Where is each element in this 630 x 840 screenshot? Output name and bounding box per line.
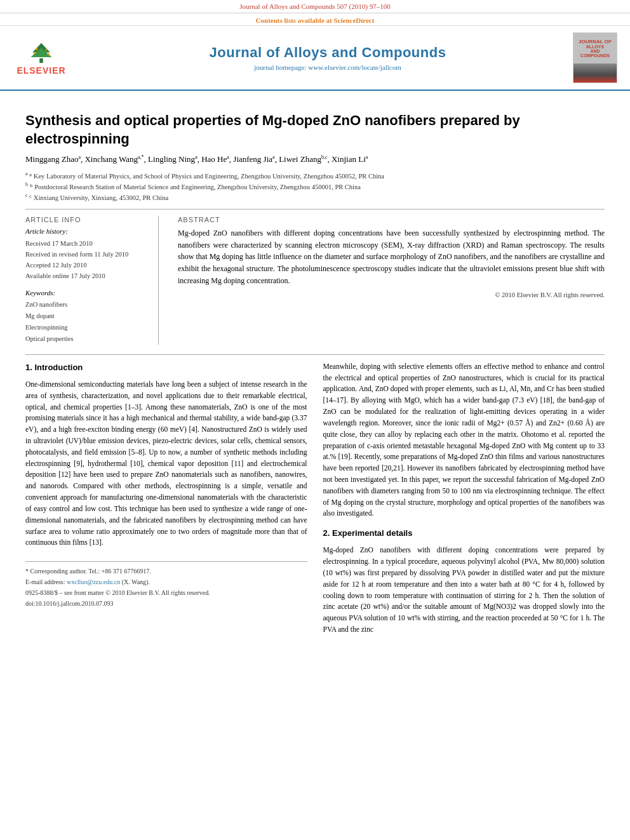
elsevier-tree-icon [22,42,60,64]
cover-top-section: JOURNAL OF ALLOYS AND COMPOUNDS [573,33,617,63]
sciencedirect-line: Contents lists available at ScienceDirec… [0,13,630,26]
svg-rect-0 [39,58,43,62]
journal-title-section: Journal of Alloys and Compounds journal … [83,44,573,71]
email-address[interactable]: wxclluo@zzu.edu.cn [67,578,120,585]
svg-marker-2 [30,48,51,57]
affil-b-marker: b [25,182,28,187]
footnote-doi: doi:10.1016/j.jallcom.2010.07.093 [25,599,307,608]
accepted-date: Accepted 12 July 2010 [25,260,149,271]
body-right-column: Meanwhile, doping with selective element… [323,361,605,641]
elsevier-logo: ELSEVIER [13,41,70,76]
intro-paragraph-2: Meanwhile, doping with selective element… [323,361,605,519]
affil-b-text: ᵇ Postdoctoral Research Station of Mater… [30,183,361,190]
footnote-corresponding: * Corresponding author. Tel.: +86 371 67… [25,567,307,576]
article-info-heading: ARTICLE INFO [25,216,149,223]
keyword-3: Electrospinning [25,322,149,333]
received-date: Received 17 March 2010 [25,239,149,250]
journal-cover-image: JOURNAL OF ALLOYS AND COMPOUNDS [573,32,617,83]
affiliation-b: b ᵇ Postdoctoral Research Station of Mat… [25,181,605,192]
abstract-heading: ABSTRACT [178,216,605,223]
affil-a-marker: a [25,171,28,177]
svg-point-5 [34,53,36,55]
keywords-section: Keywords: ZnO nanofibers Mg dopant Elect… [25,289,149,344]
section1-number: 1. [25,363,32,372]
divider-1 [25,209,605,210]
main-content: Synthesis and optical properties of Mg-d… [0,91,630,653]
affil-a-text: ᵃ Key Laboratory of Material Physics, an… [29,172,384,179]
affil-a5-sup: a [272,154,275,160]
history-label: Article history: [25,227,149,235]
svg-point-4 [45,49,47,51]
section2-title-text: Experimental details [332,528,412,538]
affil-a4-sup: a [227,154,229,160]
affil-a-sup: a [78,154,81,160]
contents-available-text: Contents lists available at [256,17,332,24]
authors-line: Minggang Zhaoa, Xinchang Wanga,*, Lingli… [25,154,605,164]
copyright-line: © 2010 Elsevier B.V. All rights reserved… [178,291,605,298]
svg-point-3 [36,48,38,50]
cover-bottom-section [573,63,617,83]
available-date: Available online 17 July 2010 [25,271,149,282]
affiliation-c: c ᶜ Xinxiang University, Xinxiang, 45300… [25,192,605,203]
elsevier-brand-text: ELSEVIER [17,65,65,76]
journal-homepage: journal homepage: www.elsevier.com/locat… [83,63,573,71]
received-revised-date: Received in revised form 11 July 2010 [25,250,149,260]
affil-a2-sup: a,* [138,154,144,160]
homepage-url[interactable]: www.elsevier.com/locate/jallcom [308,63,401,71]
abstract-text: Mg-doped ZnO nanofibers with different d… [178,227,605,286]
footnotes-section: * Corresponding author. Tel.: +86 371 67… [25,561,307,608]
keywords-label: Keywords: [25,289,149,297]
homepage-label: journal homepage: [254,63,306,71]
affil-a6-sup: a [366,154,368,160]
keyword-2: Mg dopant [25,310,149,322]
abstract-column: ABSTRACT Mg-doped ZnO nanofibers with di… [178,216,605,345]
affil-c-text: ᶜ Xinxiang University, Xinxiang, 453002,… [29,194,168,201]
footnote-email: E-mail address: wxclluo@zzu.edu.cn (X. W… [25,578,307,587]
journal-top-bar: Journal of Alloys and Compounds 507 (201… [0,0,630,13]
experimental-paragraph-1: Mg-doped ZnO nanofibers with different d… [323,545,605,636]
body-columns: 1. Introduction One-dimensional semicond… [25,361,605,641]
intro-paragraph-1: One-dimensional semiconducting materials… [25,379,307,549]
footnote-copyright: 0925-8388/$ – see front matter © 2010 El… [25,589,307,597]
article-info-column: ARTICLE INFO Article history: Received 1… [25,216,159,345]
email-label: E-mail address: [25,578,65,585]
body-left-column: 1. Introduction One-dimensional semicond… [25,361,307,641]
affil-a3-sup: a [195,154,198,160]
keyword-4: Optical properties [25,333,149,345]
affiliations-section: a ᵃ Key Laboratory of Material Physics, … [25,170,605,203]
divider-2 [25,354,605,355]
sciencedirect-brand[interactable]: ScienceDirect [333,17,374,24]
journal-title: Journal of Alloys and Compounds [83,44,573,61]
article-title: Synthesis and optical properties of Mg-d… [25,112,605,148]
article-info-abstract-section: ARTICLE INFO Article history: Received 1… [25,216,605,345]
section1-title: 1. Introduction [25,361,307,374]
svg-point-6 [47,53,50,55]
affil-bc-sup: b,c [321,154,328,160]
section2-number: 2. [323,528,330,538]
journal-header: ELSEVIER Journal of Alloys and Compounds… [0,26,630,91]
affiliation-a: a ᵃ Key Laboratory of Material Physics, … [25,170,605,181]
keyword-1: ZnO nanofibers [25,299,149,310]
journal-citation: Journal of Alloys and Compounds 507 (201… [239,3,390,10]
email-name-note: (X. Wang). [122,578,150,585]
affil-c-marker: c [25,192,28,198]
section1-title-text: Introduction [34,363,83,372]
section2-title: 2. Experimental details [323,527,605,540]
